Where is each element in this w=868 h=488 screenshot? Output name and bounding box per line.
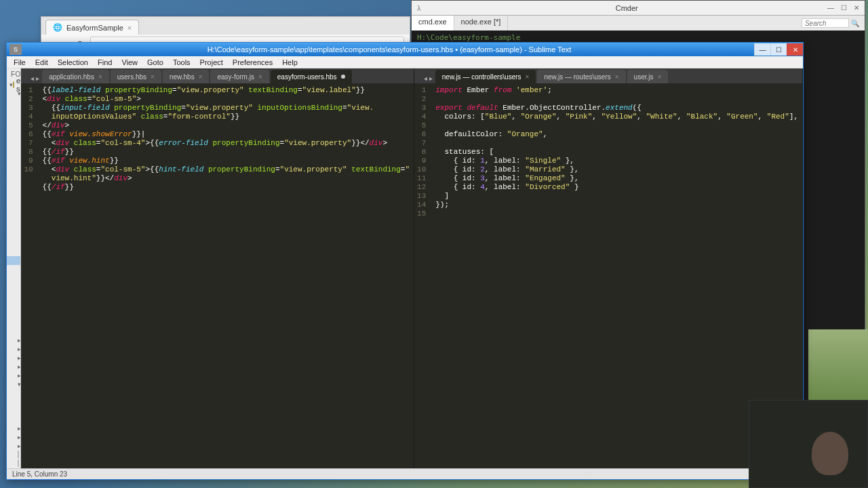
tree-folder[interactable]: ▾users [7, 115, 21, 124]
maximize-button[interactable]: ☐ [770, 43, 787, 56]
close-icon[interactable]: × [615, 73, 619, 81]
editor-tab[interactable]: easy-form.js× [210, 70, 269, 83]
menu-tools[interactable]: Tools [169, 57, 195, 68]
tree-folder[interactable]: ▾server [7, 380, 20, 388]
tree-folder[interactable]: ▸models [7, 168, 21, 177]
tree-folder[interactable]: ▸tests [7, 424, 20, 432]
minimize-icon[interactable]: — [827, 4, 834, 12]
tree-folder[interactable]: ▸public [7, 371, 20, 380]
tree-file[interactable]: users.js [7, 133, 21, 142]
tab-label: new.js — controllers\users [442, 73, 521, 81]
editor-tab[interactable]: application.hbs× [42, 70, 109, 83]
tab-label: easyform-users.hbs [277, 73, 337, 81]
tree-folder[interactable]: ▾mocks [7, 388, 21, 397]
tree-file[interactable]: easy-form.js [7, 159, 21, 168]
close-icon[interactable]: × [151, 73, 155, 81]
code-area[interactable]: import Ember from 'ember'; export defaul… [431, 83, 802, 468]
tree-folder[interactable]: ▾easyform-sample [7, 80, 20, 89]
editor-tab[interactable]: user.js× [627, 70, 669, 83]
menu-help[interactable]: Help [278, 57, 302, 68]
desktop-wallpaper-slice [808, 329, 868, 400]
menu-project[interactable]: Project [196, 57, 227, 68]
tab-label: application.hbs [49, 73, 94, 81]
tree-folder[interactable]: ▸vendor [7, 441, 20, 450]
tree-folder[interactable]: ▾users [7, 186, 21, 195]
menu-goto[interactable]: Goto [143, 57, 167, 68]
menu-file[interactable]: File [9, 57, 30, 68]
tree-folder[interactable]: ▾users [7, 265, 21, 274]
tree-folder[interactable]: ▸node_modules [7, 362, 20, 371]
close-icon[interactable]: × [258, 73, 262, 81]
webcam-overlay [749, 400, 868, 488]
tree-folder[interactable]: ▸views [7, 300, 21, 309]
history-nav-icon[interactable]: ◂ ▸ [421, 73, 435, 83]
status-bar: Line 5, Column 23 Tab Size: 2 [7, 468, 803, 479]
editor-pane-right: ◂ ▸ new.js — controllers\users×new.js — … [414, 68, 803, 468]
editor-tab[interactable]: new.js — routes\users× [537, 70, 625, 83]
tree-file[interactable]: new.js [7, 195, 21, 203]
folder-tree[interactable]: ▾easyform-sample▾app▸components▾controll… [7, 80, 20, 468]
cmder-search-input[interactable] [802, 18, 849, 28]
tab-label: new.hbs [170, 73, 195, 81]
tree-file[interactable]: easyform-users.hbs [7, 256, 21, 265]
editor-left[interactable]: 1 2 3 4 5 6 7 8 9 10 {{label-field prope… [21, 83, 414, 468]
tree-folder[interactable]: ▸dist [7, 353, 20, 362]
menu-preferences[interactable]: Preferences [229, 57, 277, 68]
history-nav-icon[interactable]: ◂ ▸ [28, 73, 42, 83]
tree-file[interactable]: app.js [7, 309, 21, 318]
tree-folder[interactable]: ▾controllers [7, 106, 21, 115]
editor-tab[interactable]: new.hbs× [163, 70, 210, 83]
tree-file[interactable]: users.hbs [7, 291, 21, 300]
editor-tab[interactable]: users.hbs× [111, 70, 161, 83]
tree-file[interactable]: .jshintrc [7, 406, 21, 415]
cmder-tab[interactable]: cmd.exe [412, 16, 454, 30]
search-icon[interactable]: 🔍 [851, 20, 859, 27]
menu-selection[interactable]: Selection [54, 57, 92, 68]
tree-file[interactable]: .gitkeep [7, 247, 21, 256]
cmder-tab[interactable]: node.exe [*] [454, 16, 509, 30]
tree-file[interactable]: users.js [7, 212, 21, 221]
line-gutter: 1 2 3 4 5 6 7 8 9 10 11 12 13 14 15 [414, 83, 431, 468]
tree-folder[interactable]: ▾components [7, 239, 21, 247]
tree-file[interactable]: .bowerrc [7, 450, 20, 459]
minimize-button[interactable]: — [754, 43, 770, 56]
close-icon[interactable]: × [127, 24, 132, 32]
tree-folder[interactable]: ▸tmp [7, 432, 20, 441]
tree-file[interactable]: application.hbs [7, 283, 21, 291]
code-area[interactable]: {{label-field propertyBinding="view.prop… [39, 83, 414, 468]
tree-folder[interactable]: ▸bower_components [7, 336, 20, 344]
tree-file[interactable]: index.html [7, 318, 21, 327]
tree-folder[interactable]: ▸helpers [7, 142, 21, 150]
close-button[interactable]: ✕ [787, 43, 803, 56]
menu-view[interactable]: View [117, 57, 142, 68]
tree-file[interactable]: users.js [7, 397, 21, 406]
tree-file[interactable]: .gitkeep [7, 203, 21, 212]
editor-tab[interactable]: new.js — controllers\users× [435, 70, 536, 83]
close-icon[interactable]: × [98, 73, 102, 81]
editor-right[interactable]: 1 2 3 4 5 6 7 8 9 10 11 12 13 14 15 impo… [414, 83, 802, 468]
tree-file[interactable]: index.js [7, 415, 21, 424]
tree-folder[interactable]: ▸styles [7, 221, 21, 230]
close-icon[interactable]: × [658, 73, 662, 81]
close-icon[interactable]: ✕ [854, 4, 859, 12]
menu-edit[interactable]: Edit [31, 57, 52, 68]
tree-folder[interactable]: ▸components [7, 98, 21, 106]
tree-file[interactable]: router.js [7, 327, 21, 336]
file-icon [18, 460, 19, 467]
tree-file[interactable]: new.hbs [7, 274, 21, 283]
tree-folder[interactable]: ▾app [7, 89, 20, 98]
tree-folder[interactable]: ▾templates [7, 230, 21, 239]
close-icon[interactable]: × [526, 73, 530, 81]
tree-file[interactable]: new.js [7, 124, 21, 133]
browser-tab[interactable]: 🌐 EasyformSample × [45, 20, 139, 35]
sublime-titlebar[interactable]: S H:\Code\easyform-sample\app\templates\… [7, 43, 803, 56]
tree-folder[interactable]: ▸config [7, 344, 20, 353]
tree-folder[interactable]: ▾routes [7, 177, 21, 186]
close-icon[interactable]: × [199, 73, 203, 81]
sidebar[interactable]: FOLDERS ▾easyform-sample▾app▸components▾… [7, 68, 21, 468]
maximize-icon[interactable]: ☐ [841, 4, 847, 12]
tree-folder[interactable]: ▾initializers [7, 150, 21, 159]
editor-tab[interactable]: easyform-users.hbs [271, 70, 352, 83]
menu-find[interactable]: Find [94, 57, 116, 68]
tree-file[interactable]: .editorconfig [7, 459, 20, 468]
